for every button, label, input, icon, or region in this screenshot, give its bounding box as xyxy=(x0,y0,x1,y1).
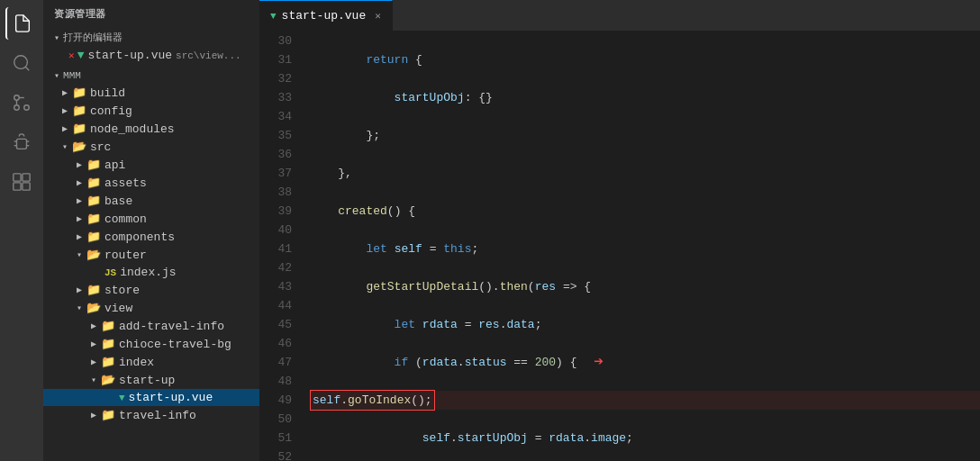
sidebar-title: 资源管理器 xyxy=(43,0,259,28)
code-content[interactable]: return { startUpObj: {} }; }, created() … xyxy=(303,32,980,461)
folder-assets[interactable]: ▶ 📁 assets xyxy=(43,174,259,192)
svg-point-2 xyxy=(24,105,30,111)
svg-point-4 xyxy=(14,105,20,111)
source-control-icon[interactable] xyxy=(5,86,38,119)
collapsed-arrow: ▶ xyxy=(58,122,72,136)
folder-icon: 📁 xyxy=(86,194,101,208)
folder-config[interactable]: ▶ 📁 config xyxy=(43,102,259,120)
tab-close-icon[interactable]: ✕ xyxy=(375,10,381,22)
vue-file-icon: ▼ xyxy=(119,393,125,403)
svg-line-1 xyxy=(25,67,29,70)
code-line-38: if (rdata.status == 200) { ➔ xyxy=(310,353,980,372)
folder-add-travel-info[interactable]: ▶ 📁 add-travel-info xyxy=(43,317,259,335)
js-file-icon: JS xyxy=(104,267,116,278)
code-line-39: self.goToIndex(); xyxy=(310,391,980,410)
file-index-js[interactable]: JS index.js xyxy=(43,264,259,281)
folder-icon: 📁 xyxy=(101,355,115,369)
folder-icon: 📁 xyxy=(101,319,115,333)
folder-open-icon: 📂 xyxy=(72,140,86,154)
open-editors-label: 打开的编辑器 xyxy=(63,31,122,44)
folder-travel-info[interactable]: ▶ 📁 travel-info xyxy=(43,406,259,424)
folder-node-modules[interactable]: ▶ 📁 node_modules xyxy=(43,120,259,138)
code-line-33: }, xyxy=(310,164,980,183)
collapsed-arrow: ▶ xyxy=(58,86,72,100)
search-icon[interactable] xyxy=(5,47,38,79)
open-file-item[interactable]: ✕ ▼ start-up.vue src\view... xyxy=(43,47,259,64)
expanded-arrow: ▾ xyxy=(58,140,72,154)
code-line-34: created() { xyxy=(310,202,980,221)
open-editors-section[interactable]: ▾ 打开的编辑器 xyxy=(43,28,259,47)
folder-icon: 📁 xyxy=(86,158,101,172)
main-editor: ▼ start-up.vue ✕ 30 31 32 33 34 35 36 37… xyxy=(259,0,980,461)
folder-api[interactable]: ▶ 📁 api xyxy=(43,156,259,174)
chevron-down-icon-project: ▾ xyxy=(54,70,59,81)
sidebar: 资源管理器 ▾ 打开的编辑器 ✕ ▼ start-up.vue src\view… xyxy=(43,0,259,461)
folder-icon: 📁 xyxy=(86,176,101,190)
folder-base[interactable]: ▶ 📁 base xyxy=(43,192,259,210)
folder-store[interactable]: ▶ 📁 store xyxy=(43,281,259,299)
svg-rect-14 xyxy=(14,183,21,190)
code-line-32: }; xyxy=(310,126,980,145)
chevron-down-icon: ▾ xyxy=(54,32,59,43)
folder-icon: 📁 xyxy=(72,104,86,118)
code-line-36: getStartUpDetail().then(res => { xyxy=(310,277,980,296)
vue-file-icon: ▼ xyxy=(77,49,85,62)
line-numbers: 30 31 32 33 34 35 36 37 38 39 40 41 42 4… xyxy=(259,32,303,461)
svg-rect-7 xyxy=(17,139,27,149)
code-line-31: startUpObj: {} xyxy=(310,88,980,107)
file-start-up-vue[interactable]: ▼ start-up.vue xyxy=(43,389,259,406)
folder-icon: 📁 xyxy=(86,212,101,226)
modified-icon: ✕ xyxy=(68,50,75,61)
extensions-icon[interactable] xyxy=(5,166,38,198)
folder-icon: 📁 xyxy=(72,86,86,100)
vue-tab-icon: ▼ xyxy=(270,11,277,22)
folder-icon: 📁 xyxy=(101,337,115,351)
folder-open-icon: 📂 xyxy=(86,248,101,262)
code-line-37: let rdata = res.data; xyxy=(310,315,980,334)
folder-icon: 📁 xyxy=(86,283,101,297)
svg-rect-13 xyxy=(23,174,30,181)
editor-area: 30 31 32 33 34 35 36 37 38 39 40 41 42 4… xyxy=(259,32,980,461)
folder-start-up[interactable]: ▾ 📂 start-up xyxy=(43,371,259,389)
folder-router[interactable]: ▾ 📂 router xyxy=(43,246,259,264)
folder-src[interactable]: ▾ 📂 src xyxy=(43,138,259,156)
folder-open-icon: 📂 xyxy=(101,373,115,387)
folder-icon: 📁 xyxy=(101,408,115,422)
folder-build[interactable]: ▶ 📁 build xyxy=(43,84,259,102)
collapsed-arrow: ▶ xyxy=(58,104,72,118)
open-file-label: start-up.vue xyxy=(87,49,172,62)
code-line-40: self.startUpObj = rdata.image; xyxy=(310,429,980,447)
svg-point-0 xyxy=(14,56,28,69)
code-line-30: return { xyxy=(310,50,980,69)
tab-label: start-up.vue xyxy=(282,9,367,23)
open-file-path: src\view... xyxy=(176,50,241,61)
project-label: MMM xyxy=(63,70,81,81)
folder-components[interactable]: ▶ 📁 components xyxy=(43,228,259,246)
activity-bar xyxy=(0,0,43,461)
folder-icon: 📁 xyxy=(72,122,86,136)
code-line-35: let self = this; xyxy=(310,240,980,258)
svg-point-3 xyxy=(14,95,20,101)
folder-open-icon: 📂 xyxy=(86,301,101,315)
folder-chioce-travel-bg[interactable]: ▶ 📁 chioce-travel-bg xyxy=(43,335,259,353)
tab-bar: ▼ start-up.vue ✕ xyxy=(259,0,980,32)
folder-icon: 📁 xyxy=(86,230,101,244)
svg-rect-15 xyxy=(23,183,30,190)
svg-rect-12 xyxy=(14,174,21,181)
project-section[interactable]: ▾ MMM xyxy=(43,68,259,84)
tab-start-up-vue[interactable]: ▼ start-up.vue ✕ xyxy=(259,0,393,31)
folder-view[interactable]: ▾ 📂 view xyxy=(43,299,259,317)
debug-icon[interactable] xyxy=(5,126,38,158)
files-icon[interactable] xyxy=(5,7,38,40)
folder-index[interactable]: ▶ 📁 index xyxy=(43,353,259,371)
folder-common[interactable]: ▶ 📁 common xyxy=(43,210,259,228)
